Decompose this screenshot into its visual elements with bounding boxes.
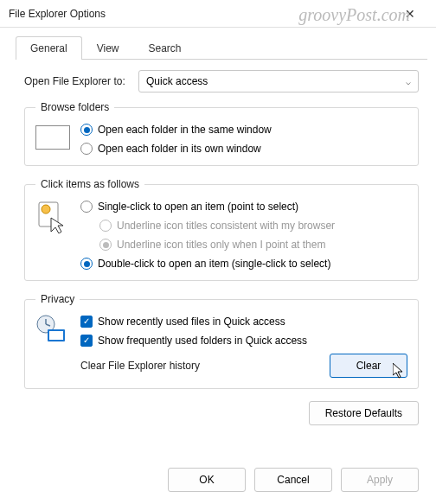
open-to-select[interactable]: Quick access ⌵ xyxy=(138,70,419,93)
checkbox-recent-files-label: Show recently used files in Quick access xyxy=(98,316,285,328)
radio-single-click-label: Single-click to open an item (point to s… xyxy=(98,201,298,213)
privacy-legend: Privacy xyxy=(35,293,80,305)
radio-double-click-label: Double-click to open an item (single-cli… xyxy=(98,258,330,270)
radio-double-click[interactable] xyxy=(80,258,93,270)
radio-same-window[interactable] xyxy=(80,124,93,136)
click-items-group: Click items as follows Single-click to o… xyxy=(24,178,419,281)
cursor-icon xyxy=(393,363,403,377)
clear-button-label: Clear xyxy=(356,360,382,372)
chevron-down-icon: ⌵ xyxy=(406,77,411,86)
radio-underline-browser xyxy=(99,220,112,232)
tab-strip: General View Search xyxy=(16,36,427,60)
radio-underline-browser-label: Underline icon titles consistent with my… xyxy=(117,220,335,232)
privacy-group: Privacy Show recently used files in Quic… xyxy=(24,293,419,389)
dialog-footer: OK Cancel Apply xyxy=(168,468,419,492)
tab-general[interactable]: General xyxy=(16,36,82,60)
svg-marker-8 xyxy=(393,363,402,378)
apply-label: Apply xyxy=(367,474,393,486)
open-to-row: Open File Explorer to: Quick access ⌵ xyxy=(24,70,419,93)
apply-button: Apply xyxy=(341,468,419,492)
cancel-button[interactable]: Cancel xyxy=(254,468,332,492)
click-pointer-icon xyxy=(35,199,70,233)
tab-view[interactable]: View xyxy=(82,36,134,60)
open-to-label: Open File Explorer to: xyxy=(24,75,138,87)
tab-search[interactable]: Search xyxy=(134,36,196,60)
radio-own-window-label: Open each folder in its own window xyxy=(98,143,261,155)
restore-defaults-label: Restore Defaults xyxy=(325,407,402,419)
radio-underline-point xyxy=(99,239,112,251)
window-title: File Explorer Options xyxy=(9,8,393,20)
folder-window-icon xyxy=(35,122,70,150)
browse-legend: Browse folders xyxy=(35,101,114,113)
ok-button[interactable]: OK xyxy=(168,468,246,492)
radio-underline-point-label: Underline icon titles only when I point … xyxy=(117,239,325,251)
checkbox-recent-files[interactable] xyxy=(80,316,93,328)
svg-rect-7 xyxy=(49,331,63,340)
browse-folders-group: Browse folders Open each folder in the s… xyxy=(24,101,419,166)
open-to-value: Quick access xyxy=(146,75,208,87)
titlebar: File Explorer Options ✕ xyxy=(0,0,436,28)
cancel-label: Cancel xyxy=(277,474,309,486)
restore-defaults-button[interactable]: Restore Defaults xyxy=(309,401,419,425)
radio-same-window-label: Open each folder in the same window xyxy=(98,124,272,136)
svg-point-1 xyxy=(42,205,50,214)
clear-history-label: Clear File Explorer history xyxy=(80,360,330,372)
checkbox-frequent-folders-label: Show frequently used folders in Quick ac… xyxy=(98,335,307,347)
tab-content: Open File Explorer to: Quick access ⌵ Br… xyxy=(0,60,436,389)
radio-own-window[interactable] xyxy=(80,143,93,155)
clock-folder-icon xyxy=(35,314,70,345)
close-icon[interactable]: ✕ xyxy=(393,7,427,21)
checkbox-frequent-folders[interactable] xyxy=(80,335,93,347)
ok-label: OK xyxy=(199,474,214,486)
click-legend: Click items as follows xyxy=(35,178,144,190)
radio-single-click[interactable] xyxy=(80,201,93,213)
clear-button[interactable]: Clear xyxy=(330,354,407,378)
